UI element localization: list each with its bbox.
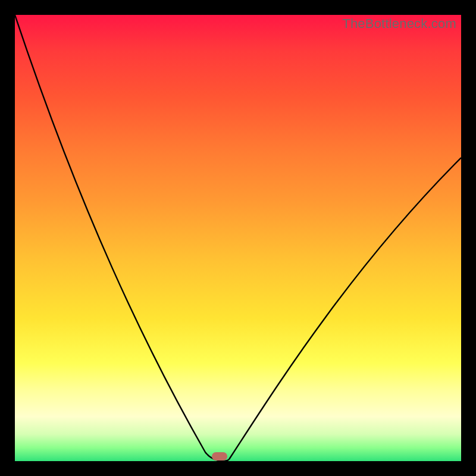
curve-left-branch	[15, 15, 229, 461]
chart-plot-area: TheBottleneck.com	[15, 15, 461, 461]
bottleneck-curve	[15, 15, 461, 461]
curve-right-branch	[229, 158, 461, 459]
optimal-marker	[212, 452, 227, 461]
